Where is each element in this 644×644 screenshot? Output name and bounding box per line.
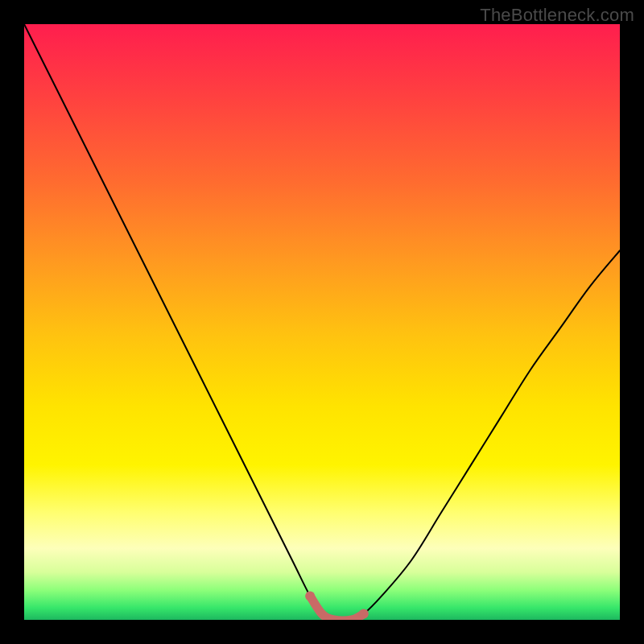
- optimal-dot-left: [305, 591, 315, 601]
- bottleneck-curve: [24, 24, 620, 620]
- chart-svg: [24, 24, 620, 620]
- plot-area: [24, 24, 620, 620]
- chart-frame: TheBottleneck.com: [0, 0, 644, 644]
- optimal-segment: [310, 596, 364, 620]
- watermark: TheBottleneck.com: [480, 5, 634, 26]
- optimal-dot-right: [359, 609, 369, 619]
